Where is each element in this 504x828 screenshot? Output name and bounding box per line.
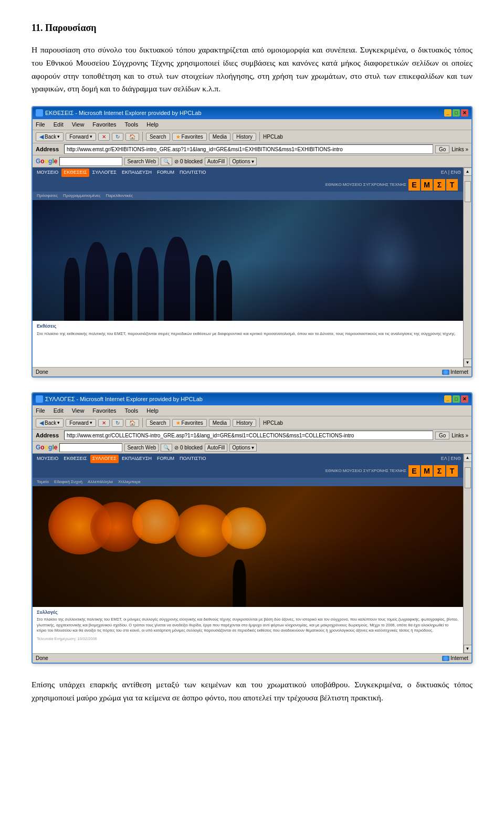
nav-item-mousio-2[interactable]: ΜΟΥΣΕΙΟ [35,455,60,463]
sub-nav-1-1[interactable]: Πρόσφατες [35,192,60,200]
scroll-down-2[interactable]: ▼ [464,645,472,653]
scroll-up-2[interactable]: ▲ [464,454,472,462]
google-search-btn2-1[interactable]: 🔍 [161,158,172,165]
google-search-web-btn-1[interactable]: Search Web [124,158,159,165]
emst-m-2: Μ [421,465,433,477]
menu-tools-2[interactable]: Tools [125,406,139,415]
menu-help-1[interactable]: Help [146,120,159,129]
google-search-1[interactable] [59,157,122,166]
nav-item-forum-1[interactable]: FORUM [155,169,176,177]
nav-item-forum-2[interactable]: FORUM [155,455,176,463]
minimize-btn-2[interactable]: _ [444,395,452,403]
browser-window-1: ΕΚΘΕΣΕΙΣ - Microsoft Internet Explorer p… [32,106,472,378]
search-btn-1[interactable]: Search [146,133,170,141]
options-btn-1[interactable]: Options ▾ [229,158,257,165]
links-btn-1[interactable]: Links » [452,145,468,153]
scroll-down-1[interactable]: ▼ [464,359,472,367]
page-title: 11. Παρουσίαση [32,21,472,35]
menu-edit-1[interactable]: Edit [54,120,64,129]
forward-btn-2[interactable]: Forward ▾ [66,419,96,427]
history-btn-1[interactable]: History [233,133,256,141]
address-label-2: Address [36,431,62,440]
nav-item-pol-2[interactable]: ΠΟΛΙΤΙΣΤΙΟ [177,455,208,463]
sub-nav-1-2[interactable]: Προγραμματισμένες [61,192,102,200]
google-search-2[interactable] [59,443,122,452]
hpclab-label-2: HPCLab [263,419,283,427]
scroll-track-2 [464,462,471,645]
emst-m-1: Μ [421,179,433,191]
emst-t-2: Τ [446,465,458,477]
home-btn-2[interactable]: 🏠 [125,419,139,427]
status-text-2: Done [36,654,48,662]
scroll-thumb-2[interactable] [465,467,471,488]
back-btn-2[interactable]: ◀ Back ▾ [36,418,64,427]
nav-item-pol-1[interactable]: ΠΟΛΙΤΙΣΤΙΟ [177,169,208,177]
refresh-btn-2[interactable]: ↻ [112,419,123,427]
menu-favorites-1[interactable]: Favorites [92,120,116,129]
scrollbar-1: ▲ ▼ [463,167,471,367]
favorites-btn-2[interactable]: ★ Favorites [172,419,207,427]
maximize-btn-2[interactable]: □ [453,395,460,403]
scroll-thumb-1[interactable] [465,181,471,202]
site-description-2: Συλλογές Στο πλαίσιο της συλλεκτικής πολ… [33,607,463,654]
menu-favorites-2[interactable]: Favorites [92,406,116,415]
maximize-btn-1[interactable]: □ [453,109,460,117]
google-search-web-btn-2[interactable]: Search Web [124,444,159,452]
sub-nav-2-1[interactable]: Ταμείο [35,478,51,486]
lang-btns-2: ΕΛ | ΕΝΘ [441,455,461,463]
go-btn-1[interactable]: Go [435,145,449,153]
menu-help-2[interactable]: Help [146,406,159,415]
sub-nav-2: Ταμείο Εδαφική Συχνή Αλλεπάλληλα Χτλλεμπ… [33,478,463,486]
menu-edit-2[interactable]: Edit [54,406,64,415]
autofill-btn-2[interactable]: AutoFill [205,444,227,452]
sub-nav-2-2[interactable]: Εδαφική Συχνή [52,478,85,486]
refresh-btn-1[interactable]: ↻ [112,133,123,141]
sub-nav-2-4[interactable]: Χτλλεμπαρε [116,478,143,486]
emst-subtitle-1: ΕΘΝΙΚΟ ΜΟΥΣΕΙΟ ΣΥΓΧΡΟΝΗΣ ΤΕΧΝΗΣ [326,182,406,188]
menu-view-1[interactable]: View [72,120,85,129]
minimize-btn-1[interactable]: _ [444,109,452,117]
nav-item-ekp-2[interactable]: ΕΚΠΑΙΔΕΥΣΗ [120,455,154,463]
stop-btn-1[interactable]: ✕ [98,133,110,141]
website-content-1: ΜΟΥΣΕΙΟ ΕΚΘΕΣΕΙΣ ΣΥΛΛΟΓΕΣ ΕΚΠΑΙΔΕΥΣΗ FOR… [33,167,471,367]
home-btn-1[interactable]: 🏠 [125,133,139,141]
google-search-btn2-2[interactable]: 🔍 [161,444,172,452]
menu-tools-1[interactable]: Tools [125,120,139,129]
stop-btn-2[interactable]: ✕ [98,419,110,427]
emst-e-1: Ε [408,179,420,191]
forward-btn-1[interactable]: Forward ▾ [66,133,96,141]
bottom-p1: Επίσης υπάρχει επαρκής αντίθεση μεταξύ τ… [32,680,350,689]
url-input-2[interactable] [64,431,433,440]
desc-text-1: Στο πλαίσιο της εκθεσιακής πολιτικής του… [37,331,459,337]
menu-file-2[interactable]: File [36,406,45,415]
search-btn-2[interactable]: Search [146,419,170,427]
media-btn-1[interactable]: Media [209,133,230,141]
options-btn-2[interactable]: Options ▾ [229,444,257,452]
sub-nav-2-3[interactable]: Αλλεπάλληλα [86,478,115,486]
back-btn-1[interactable]: ◀ Back ▾ [36,132,64,141]
nav-item-ektheseis-1[interactable]: ΕΚΘΕΣΕΙΣ [61,169,89,177]
nav-item-ekp-1[interactable]: ΕΚΠΑΙΔΕΥΣΗ [120,169,154,177]
scroll-up-1[interactable]: ▲ [464,167,472,176]
links-btn-2[interactable]: Links » [452,432,468,439]
scrollbar-2: ▲ ▼ [463,454,471,653]
autofill-btn-1[interactable]: AutoFill [205,158,227,165]
menu-file-1[interactable]: File [36,120,45,129]
media-btn-2[interactable]: Media [209,419,230,427]
url-input-1[interactable] [64,144,433,154]
go-btn-2[interactable]: Go [435,432,449,439]
nav-item-syllogi-1[interactable]: ΣΥΛΛΟΓΕΣ [90,169,119,177]
nav-item-ektheseis-2[interactable]: ΕΚΘΕΣΕΙΣ [61,455,89,463]
close-btn-1[interactable]: ✕ [461,109,468,117]
museum-photo-2 [33,486,463,607]
internet-icon-1 [442,370,449,375]
nav-item-syllogi-2[interactable]: ΣΥΛΛΟΓΕΣ [90,455,119,463]
menu-view-2[interactable]: View [72,406,85,415]
emst-subtitle-2: ΕΘΝΙΚΟ ΜΟΥΣΕΙΟ ΣΥΓΧΡΟΝΗΣ ΤΕΧΝΗΣ [326,468,406,474]
history-btn-2[interactable]: History [233,419,256,427]
nav-item-mousio-1[interactable]: ΜΟΥΣΕΙΟ [35,169,60,177]
browser-title-2: ΣΥΛΛΟΓΕΣ - Microsoft Internet Explorer p… [45,395,203,404]
sub-nav-1-3[interactable]: Παρελθοντικές [103,192,135,200]
favorites-btn-1[interactable]: ★ Favorites [172,133,207,141]
close-btn-2[interactable]: ✕ [461,395,468,403]
